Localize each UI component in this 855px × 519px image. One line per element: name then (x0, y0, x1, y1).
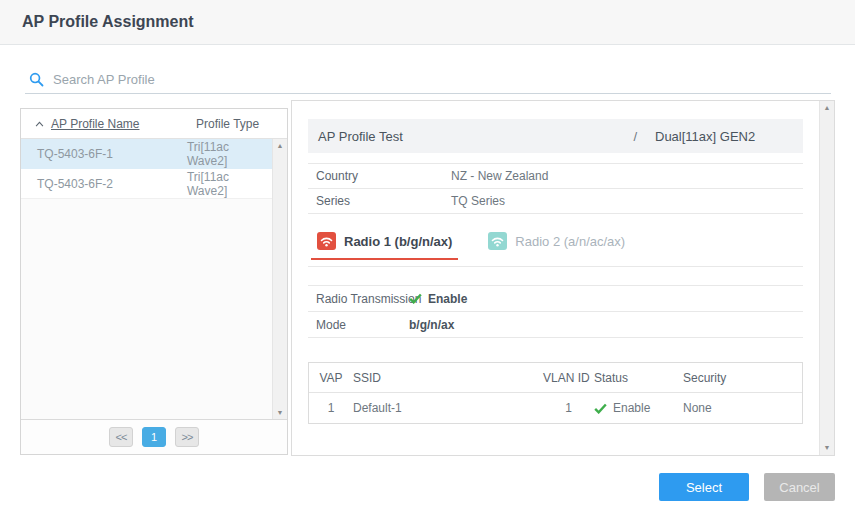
profile-row[interactable]: TQ-5403-6F-2 Tri[11ac Wave2] (21, 169, 272, 199)
profile-test-name: AP Profile Test (318, 129, 633, 144)
profile-row-selected[interactable]: TQ-5403-6F-1 Tri[11ac Wave2] (21, 139, 272, 169)
scroll-up-icon[interactable]: ▲ (824, 104, 831, 112)
pagination-page-1-button[interactable]: 1 (142, 427, 166, 447)
profile-detail-header: AP Profile Test / Dual[11ax] GEN2 (308, 119, 803, 153)
detail-scrollbar[interactable]: ▲ ▼ (819, 101, 834, 455)
profile-model: Dual[11ax] GEN2 (655, 129, 793, 144)
tab-radio-2[interactable]: Radio 2 (a/n/ac/ax) (482, 224, 631, 260)
radio-tabs: Radio 1 (b/g/n/ax) Radio 2 (a/n/ac/ax) (308, 224, 803, 260)
country-label: Country (308, 169, 358, 183)
tab-radio-1-label: Radio 1 (b/g/n/ax) (344, 234, 452, 249)
vap-table: VAP SSID VLAN ID Status Security 1 Defau… (308, 362, 803, 424)
radio-transmission-row: Radio Transmission Enable (308, 286, 803, 312)
vlan-column-header: VLAN ID (543, 371, 594, 385)
profile-list-panel: AP Profile Name Profile Type TQ-5403-6F-… (20, 108, 288, 455)
ssid-cell: Default-1 (353, 401, 543, 415)
series-value: TQ Series (451, 194, 505, 208)
series-row: Series TQ Series (308, 189, 803, 214)
select-button[interactable]: Select (659, 473, 749, 501)
profile-detail-panel: AP Profile Test / Dual[11ax] GEN2 Countr… (291, 100, 835, 456)
vlan-cell: 1 (543, 401, 594, 415)
pagination: << 1 >> (21, 419, 287, 454)
page-title: AP Profile Assignment (22, 13, 194, 31)
mode-label: Mode (308, 318, 346, 332)
security-cell: None (683, 401, 802, 415)
series-label: Series (308, 194, 350, 208)
profile-type: Tri[11ac Wave2] (187, 140, 272, 168)
cancel-button[interactable]: Cancel (764, 473, 835, 501)
profile-name: TQ-5403-6F-2 (21, 177, 187, 191)
radio-transmission-label: Radio Transmission (308, 292, 421, 306)
ssid-column-header: SSID (353, 371, 543, 385)
mode-row: Mode b/g/n/ax (308, 312, 803, 338)
search-bar (25, 66, 831, 94)
general-fields: Country NZ - New Zealand Series TQ Serie… (308, 163, 803, 214)
check-icon (409, 293, 422, 304)
profile-detail-content: AP Profile Test / Dual[11ax] GEN2 Countr… (292, 101, 819, 455)
mode-value: b/g/n/ax (409, 318, 454, 332)
scroll-down-icon[interactable]: ▼ (277, 409, 284, 417)
sort-ascending-icon (35, 121, 44, 127)
profile-list-body: TQ-5403-6F-1 Tri[11ac Wave2] TQ-5403-6F-… (21, 139, 287, 420)
country-value: NZ - New Zealand (451, 169, 548, 183)
search-input[interactable] (53, 72, 753, 87)
pagination-next-button[interactable]: >> (175, 427, 199, 447)
security-column-header: Security (683, 371, 802, 385)
wifi-icon-radio1 (317, 232, 336, 250)
pagination-prev-button[interactable]: << (109, 427, 133, 447)
dialog-footer: Select Cancel (659, 473, 835, 501)
header-separator: / (633, 129, 637, 144)
status-value: Enable (613, 401, 650, 415)
vap-cell: 1 (309, 401, 353, 415)
profile-name: TQ-5403-6F-1 (21, 147, 187, 161)
column-header-profile-type: Profile Type (188, 117, 259, 131)
status-column-header: Status (594, 371, 683, 385)
scroll-down-icon[interactable]: ▼ (824, 444, 831, 452)
profile-list-header: AP Profile Name Profile Type (21, 109, 287, 139)
profile-type: Tri[11ac Wave2] (187, 170, 272, 198)
column-header-ap-profile-name[interactable]: AP Profile Name (21, 117, 188, 131)
vap-column-header: VAP (309, 371, 353, 385)
search-icon (29, 72, 44, 87)
country-row: Country NZ - New Zealand (308, 164, 803, 189)
radio-fields: Radio Transmission Enable Mode b/g/n/ax (308, 285, 803, 338)
status-cell: Enable (594, 401, 683, 415)
profile-list-scrollbar[interactable]: ▲ ▼ (272, 139, 287, 420)
wifi-icon-radio2 (488, 232, 507, 250)
tab-radio-2-label: Radio 2 (a/n/ac/ax) (515, 234, 625, 249)
tab-radio-1[interactable]: Radio 1 (b/g/n/ax) (311, 224, 458, 260)
dialog-titlebar: AP Profile Assignment (0, 0, 855, 45)
scroll-up-icon[interactable]: ▲ (277, 142, 284, 150)
vap-table-row: 1 Default-1 1 Enable None (309, 393, 802, 423)
check-icon (594, 403, 607, 414)
radio-transmission-value: Enable (428, 292, 467, 306)
vap-table-header: VAP SSID VLAN ID Status Security (309, 363, 802, 393)
tabs-divider (308, 266, 803, 267)
